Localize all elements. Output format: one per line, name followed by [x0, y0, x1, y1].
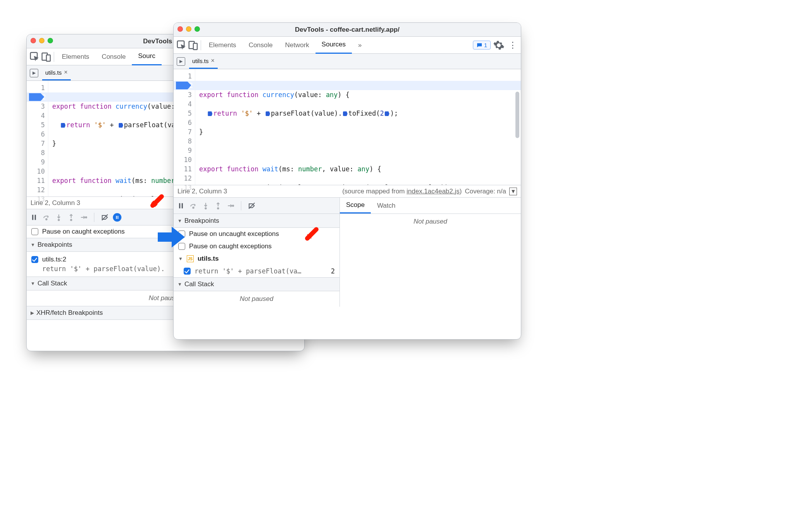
breakpoint-checkbox[interactable]	[31, 256, 38, 263]
file-tab-label: utils.ts	[192, 58, 209, 64]
close-icon[interactable]	[31, 38, 36, 43]
tab-sources[interactable]: Sourc	[132, 48, 161, 65]
chevron-right-icon: ▶	[31, 310, 34, 316]
settings-icon[interactable]	[493, 39, 505, 51]
pause-uncaught-label: Pause on uncaught exceptions	[189, 230, 279, 238]
svg-point-5	[46, 219, 47, 220]
line-gutter[interactable]: 2 12345678910111213	[174, 69, 195, 185]
traffic-lights	[177, 26, 200, 32]
scope-not-paused: Not paused	[340, 214, 521, 229]
callstack-label: Call Stack	[38, 280, 67, 287]
step-out-icon[interactable]	[67, 213, 75, 222]
minimize-icon[interactable]	[39, 38, 44, 43]
breakpoints-label: Breakpoints	[38, 241, 72, 249]
step-icon[interactable]	[79, 213, 88, 222]
inline-breakpoint-icon[interactable]	[385, 111, 389, 116]
chevron-down-icon: ▼	[31, 242, 35, 248]
step-icon[interactable]	[226, 202, 235, 210]
issues-badge[interactable]: 1	[473, 41, 491, 50]
step-out-icon[interactable]	[214, 202, 222, 210]
breakpoint-code-preview: return '$' + parseFloat(va…	[194, 267, 301, 275]
close-icon[interactable]	[177, 26, 183, 32]
source-map-info: (source mapped from index.1ac4eab2.js)	[342, 188, 462, 195]
callstack-header[interactable]: ▼ Call Stack	[174, 277, 339, 291]
step-into-icon[interactable]	[201, 202, 210, 210]
chevron-down-icon: ▼	[177, 218, 182, 224]
devtools-tabs: Elements Console Network Sources » 1 ⋮	[174, 37, 521, 54]
svg-point-6	[58, 219, 59, 220]
navigator-toggle-icon[interactable]: ▶	[177, 57, 185, 66]
inline-breakpoint-icon[interactable]	[119, 123, 123, 128]
source-map-link[interactable]: index.1ac4eab2.js	[406, 188, 459, 195]
close-tab-icon[interactable]: ×	[64, 69, 68, 76]
issues-count: 1	[484, 42, 487, 48]
inspect-icon[interactable]	[29, 51, 41, 63]
inline-breakpoint-icon[interactable]	[266, 111, 270, 116]
breakpoint-location: utils.ts:2	[42, 256, 66, 263]
breakpoint-entry-row[interactable]: return '$' + parseFloat(va… 2	[174, 265, 339, 277]
window-title: DevTools - coffee-cart.netlify.app/	[295, 26, 399, 34]
tab-scope[interactable]: Scope	[340, 198, 371, 213]
annotation-arrow-red-icon	[305, 225, 320, 241]
close-tab-icon[interactable]: ×	[211, 57, 215, 64]
device-toggle-icon[interactable]	[41, 51, 52, 63]
svg-rect-4	[35, 215, 36, 220]
pause-icon[interactable]	[30, 213, 38, 222]
tab-more[interactable]: »	[352, 37, 368, 53]
message-icon	[476, 42, 483, 48]
tab-sources[interactable]: Sources	[316, 37, 352, 54]
pause-caught-checkbox[interactable]	[31, 228, 38, 235]
xhr-breakpoints-label: XHR/fetch Breakpoints	[36, 309, 103, 317]
inspect-icon[interactable]	[176, 39, 188, 51]
kebab-menu-icon[interactable]: ⋮	[507, 39, 519, 51]
chevron-down-icon: ▼	[31, 281, 35, 286]
file-tab-utils[interactable]: utils.ts ×	[189, 54, 218, 69]
tab-watch[interactable]: Watch	[371, 198, 402, 213]
tab-console[interactable]: Console	[96, 48, 132, 65]
tab-elements[interactable]: Elements	[203, 37, 242, 53]
breakpoint-file-name: utils.ts	[198, 255, 219, 263]
svg-rect-14	[179, 203, 180, 208]
scope-watch-tabs: Scope Watch	[340, 198, 521, 214]
svg-point-17	[205, 208, 206, 209]
callstack-not-paused: Not paused	[174, 291, 339, 307]
traffic-lights	[31, 38, 53, 43]
device-toggle-icon[interactable]	[188, 39, 199, 51]
step-over-icon[interactable]	[189, 202, 198, 210]
step-into-icon[interactable]	[55, 213, 63, 222]
chevron-down-icon: ▼	[177, 282, 182, 287]
breakpoint-checkbox[interactable]	[184, 268, 191, 275]
tab-console[interactable]: Console	[242, 37, 279, 53]
line-gutter[interactable]: 2 12345678910111213	[27, 81, 48, 196]
step-over-icon[interactable]	[42, 213, 51, 222]
inline-breakpoint-icon[interactable]	[343, 111, 348, 116]
source-editor[interactable]: 2 12345678910111213 export function curr…	[174, 69, 521, 185]
pause-caught-row[interactable]: Pause on caught exceptions	[174, 240, 339, 253]
svg-rect-10	[118, 216, 118, 219]
file-tab-utils[interactable]: utils.ts ×	[42, 65, 71, 80]
deactivate-breakpoints-icon[interactable]	[101, 213, 109, 222]
expand-icon[interactable]: ▾	[509, 188, 517, 195]
maximize-icon[interactable]	[48, 38, 53, 43]
svg-point-7	[70, 219, 72, 220]
maximize-icon[interactable]	[194, 26, 200, 32]
callstack-label: Call Stack	[184, 280, 214, 288]
file-tabs: ▶ utils.ts ×	[174, 54, 521, 69]
editor-status: Line 2, Column 3 (source mapped from ind…	[174, 185, 521, 198]
breakpoint-file-row[interactable]: ▼ JS utils.ts	[174, 253, 339, 265]
code-content[interactable]: export function currency(value: any) { r…	[195, 69, 521, 185]
pause-on-exceptions-icon[interactable]	[113, 213, 121, 222]
deactivate-breakpoints-icon[interactable]	[247, 202, 256, 210]
inline-breakpoint-icon[interactable]	[208, 111, 212, 116]
file-tab-label: utils.ts	[45, 69, 62, 76]
breakpoints-label: Breakpoints	[184, 217, 219, 225]
tab-network[interactable]: Network	[279, 37, 315, 53]
titlebar[interactable]: DevTools - coffee-cart.netlify.app/	[174, 23, 521, 37]
tab-elements[interactable]: Elements	[56, 48, 96, 65]
svg-rect-3	[32, 215, 33, 220]
minimize-icon[interactable]	[186, 26, 191, 32]
navigator-toggle-icon[interactable]: ▶	[30, 69, 38, 77]
pause-icon[interactable]	[177, 202, 185, 210]
svg-rect-9	[116, 216, 117, 219]
inline-breakpoint-icon[interactable]	[61, 123, 65, 128]
